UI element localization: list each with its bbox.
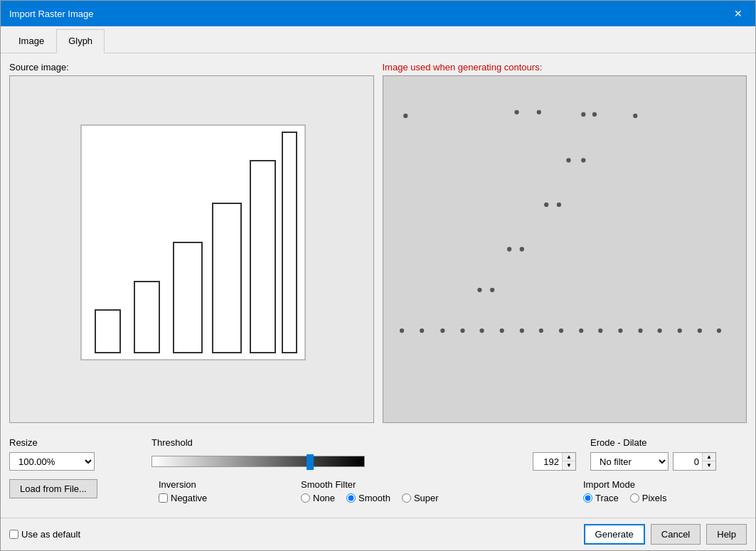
dots-svg xyxy=(383,76,747,422)
svg-point-18 xyxy=(556,203,560,207)
svg-point-31 xyxy=(558,328,563,333)
import-mode-label: Import Mode xyxy=(583,479,747,490)
close-button[interactable]: ✕ xyxy=(730,5,747,22)
footer-left: Use as default xyxy=(9,529,80,540)
tab-glyph[interactable]: Glyph xyxy=(56,29,105,53)
threshold-decrement-button[interactable]: ▼ xyxy=(563,461,575,470)
window-title: Import Raster Image xyxy=(9,9,94,19)
svg-point-9 xyxy=(403,114,408,118)
use-as-default-label[interactable]: Use as default xyxy=(9,529,80,540)
svg-point-19 xyxy=(506,247,511,251)
svg-point-37 xyxy=(677,328,681,333)
svg-point-29 xyxy=(519,328,523,333)
threshold-group: Threshold ▲ ▼ xyxy=(151,437,576,471)
svg-point-35 xyxy=(638,328,642,333)
threshold-increment-button[interactable]: ▲ xyxy=(563,453,575,461)
svg-point-22 xyxy=(490,288,494,292)
svg-point-15 xyxy=(566,158,570,162)
svg-rect-2 xyxy=(95,310,120,353)
svg-point-30 xyxy=(538,328,543,333)
svg-point-14 xyxy=(633,114,637,118)
erode-dilate-label: Erode - Dilate xyxy=(590,437,747,448)
svg-rect-5 xyxy=(213,203,241,353)
main-window: Import Raster Image ✕ Image Glyph Source… xyxy=(0,0,756,551)
svg-point-27 xyxy=(479,328,484,333)
erode-dilate-decrement-button[interactable]: ▼ xyxy=(703,461,715,470)
smooth-filter-super-text: Super xyxy=(414,493,439,503)
help-button[interactable]: Help xyxy=(706,524,747,545)
svg-point-26 xyxy=(460,328,464,333)
tab-bar: Image Glyph xyxy=(1,26,755,53)
inversion-negative-checkbox-label[interactable]: Negative xyxy=(159,493,301,503)
controls-row-2: Load from File... Inversion Negative Smo… xyxy=(9,476,747,509)
svg-point-20 xyxy=(519,247,523,251)
contour-image-panel: Image used when generating contours: xyxy=(383,62,747,423)
svg-point-23 xyxy=(399,328,403,333)
svg-rect-6 xyxy=(250,161,275,353)
threshold-slider[interactable] xyxy=(151,456,365,467)
footer-buttons: Generate Cancel Help xyxy=(584,524,747,545)
resize-dropdown-wrap: 100.00% 50.00% 75.00% 150.00% 200.00% xyxy=(9,452,137,471)
import-mode-pixels-label[interactable]: Pixels xyxy=(630,493,667,503)
cancel-button[interactable]: Cancel xyxy=(651,524,701,545)
source-image-canvas xyxy=(9,75,374,423)
use-as-default-text: Use as default xyxy=(21,529,80,540)
erode-dilate-select[interactable]: No filter Erode Dilate xyxy=(590,452,669,471)
erode-dilate-spinbox-buttons: ▲ ▼ xyxy=(702,453,715,470)
svg-rect-3 xyxy=(134,282,159,353)
smooth-filter-super-radio[interactable] xyxy=(402,493,411,503)
import-mode-radio-row: Trace Pixels xyxy=(583,493,747,503)
erode-dilate-controls: No filter Erode Dilate ▲ ▼ xyxy=(590,452,747,471)
main-content: Source image: xyxy=(1,53,755,518)
svg-point-39 xyxy=(716,328,720,333)
threshold-controls: ▲ ▼ xyxy=(151,452,576,471)
import-mode-pixels-text: Pixels xyxy=(642,493,667,503)
erode-dilate-value-input[interactable] xyxy=(674,456,702,467)
image-panels: Source image: xyxy=(9,62,747,423)
smooth-filter-smooth-label[interactable]: Smooth xyxy=(346,493,390,503)
svg-rect-7 xyxy=(282,132,297,353)
bar-chart-svg xyxy=(60,118,323,381)
controls-row-1: Resize 100.00% 50.00% 75.00% 150.00% 200… xyxy=(9,432,747,476)
contour-image-label: Image used when generating contours: xyxy=(383,62,747,73)
svg-point-36 xyxy=(657,328,661,333)
resize-label: Resize xyxy=(9,437,137,448)
svg-point-28 xyxy=(499,328,504,333)
inversion-label: Inversion xyxy=(159,479,301,490)
smooth-filter-smooth-radio[interactable] xyxy=(346,493,356,503)
use-as-default-checkbox[interactable] xyxy=(9,530,18,539)
inversion-negative-checkbox[interactable] xyxy=(159,493,168,503)
svg-point-25 xyxy=(440,328,444,333)
svg-point-10 xyxy=(514,110,518,114)
svg-point-32 xyxy=(579,328,583,333)
erode-dilate-spinbox: ▲ ▼ xyxy=(673,452,716,471)
inversion-group: Inversion Negative xyxy=(159,479,301,503)
svg-point-16 xyxy=(581,158,585,162)
smooth-filter-super-label[interactable]: Super xyxy=(402,493,439,503)
svg-point-21 xyxy=(477,288,481,292)
tab-image[interactable]: Image xyxy=(6,29,56,53)
svg-point-33 xyxy=(598,328,602,333)
smooth-filter-none-radio[interactable] xyxy=(301,493,310,503)
import-mode-pixels-radio[interactable] xyxy=(630,493,639,503)
source-image-panel: Source image: xyxy=(9,62,374,423)
erode-dilate-increment-button[interactable]: ▲ xyxy=(703,453,715,461)
smooth-filter-none-text: None xyxy=(313,493,335,503)
generate-button[interactable]: Generate xyxy=(584,524,645,545)
svg-point-34 xyxy=(618,328,622,333)
svg-point-11 xyxy=(536,110,541,114)
threshold-value-input[interactable] xyxy=(533,456,562,467)
footer: Use as default Generate Cancel Help xyxy=(1,518,755,550)
smooth-filter-none-label[interactable]: None xyxy=(301,493,335,503)
resize-select[interactable]: 100.00% 50.00% 75.00% 150.00% 200.00% xyxy=(9,452,95,471)
resize-group: Resize 100.00% 50.00% 75.00% 150.00% 200… xyxy=(9,437,137,471)
svg-rect-4 xyxy=(174,242,202,353)
erode-dilate-group: Erode - Dilate No filter Erode Dilate ▲ … xyxy=(590,437,747,471)
svg-point-38 xyxy=(697,328,701,333)
import-mode-trace-radio[interactable] xyxy=(583,493,592,503)
inversion-negative-label: Negative xyxy=(171,493,207,503)
load-from-file-button[interactable]: Load from File... xyxy=(9,479,97,498)
import-mode-trace-label[interactable]: Trace xyxy=(583,493,619,503)
title-bar: Import Raster Image ✕ xyxy=(1,1,755,26)
threshold-label: Threshold xyxy=(151,437,576,448)
